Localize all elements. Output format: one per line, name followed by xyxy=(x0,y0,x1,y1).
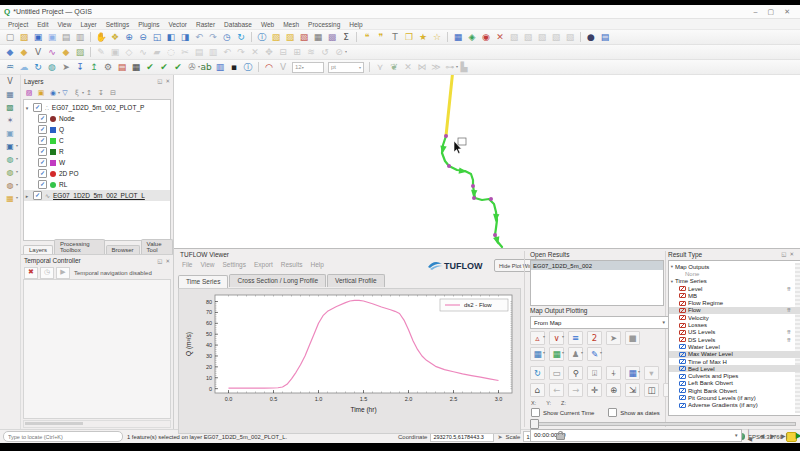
processing-options-icon[interactable]: ⚙ xyxy=(101,61,115,74)
extents-icon[interactable]: ➤ xyxy=(497,433,502,440)
clear-plot-icon[interactable]: ▭ xyxy=(549,366,564,380)
map-output-plotting-combo[interactable]: From Map ▼ xyxy=(530,316,670,329)
tuflow-menu-help[interactable]: Help xyxy=(307,261,326,268)
result-type-row[interactable]: ▾Map Outputs xyxy=(669,263,800,270)
text-annotation-icon[interactable]: T xyxy=(388,31,402,44)
add-spatialite-layer-icon[interactable]: ▣ xyxy=(3,129,17,139)
layers-check-icon[interactable]: ▤ xyxy=(115,61,129,74)
step-forward-button[interactable]: ▶ xyxy=(767,432,778,439)
legend-checkbox[interactable]: ✓ xyxy=(38,125,47,134)
select-features-icon[interactable]: ▧ xyxy=(269,31,283,44)
gray-tool-6-icon[interactable]: ⊶▾ xyxy=(443,61,457,74)
digitize-yellow-icon[interactable]: ◆ xyxy=(17,46,31,59)
axis-limits-icon[interactable]: ⇲ xyxy=(625,383,640,397)
select-tool-e-icon[interactable]: ▧ xyxy=(563,31,577,44)
pan-plot-icon[interactable]: ✛ xyxy=(587,383,602,397)
horizontal-scrollbar[interactable] xyxy=(23,420,171,428)
time-slider-handle[interactable] xyxy=(530,419,539,429)
legend-checkbox[interactable]: ✓ xyxy=(38,147,47,156)
maximize-button[interactable]: ▢ xyxy=(768,8,775,16)
result-type-row[interactable]: Left Bank Obvert xyxy=(669,380,800,387)
view-forward-icon[interactable]: → xyxy=(568,383,583,397)
zoom-plot-icon[interactable]: ⊕ xyxy=(606,383,621,397)
layer-group-row[interactable]: ▾✓∴EG07_1D2D_5m_002_PLOT_P xyxy=(24,102,170,113)
undock-icon[interactable]: ◱ xyxy=(157,258,162,264)
dock-tab-browser[interactable]: Browser xyxy=(106,245,140,254)
save-figure-icon[interactable]: ◫ xyxy=(644,383,659,397)
layer-group-row[interactable]: ▸✓∿EG07_1D2D_5m_002_PLOT_L xyxy=(24,190,170,201)
new-vector-layer-icon[interactable]: V xyxy=(3,77,17,87)
select-tool-b-icon[interactable]: ▧ xyxy=(521,31,535,44)
menu-edit[interactable]: Edit xyxy=(33,21,52,28)
step-back-button[interactable]: ◀ xyxy=(757,432,768,439)
map-tips-icon[interactable]: ❐ xyxy=(402,31,416,44)
undo-icon[interactable]: ↶ xyxy=(220,46,234,59)
gray-tool-7-icon[interactable]: ▙ xyxy=(457,61,471,74)
close-icon[interactable]: ✕ xyxy=(165,258,170,264)
select-by-location-icon[interactable]: ◈ xyxy=(465,31,479,44)
dark-panel-icon[interactable]: ▪ xyxy=(227,61,241,74)
add-delimited-text-icon[interactable]: ✶ xyxy=(3,116,17,126)
collapse-all-icon[interactable]: ↧ xyxy=(95,87,107,100)
tuflow-tab-vertical-profile[interactable]: Vertical Profile xyxy=(327,274,385,287)
shape-digitizing-icon[interactable]: ∿ xyxy=(45,46,59,59)
result-type-row[interactable]: MB xyxy=(669,292,800,299)
legend-checkbox[interactable]: ✓ xyxy=(38,158,47,167)
legend-checkbox[interactable]: ✓ xyxy=(38,114,47,123)
reshape-icon[interactable]: ≋ xyxy=(304,46,318,59)
secondary-axis-icon[interactable]: 2 xyxy=(587,331,602,345)
add-point-icon[interactable]: ◇ xyxy=(122,46,136,59)
refresh-plot-icon[interactable]: ↻ xyxy=(530,366,545,380)
select-tool-c-icon[interactable]: ▧ xyxy=(535,31,549,44)
check-geometry-1-icon[interactable]: ✔ xyxy=(143,61,157,74)
layer-styling-icon[interactable]: ▨ xyxy=(73,46,87,59)
minimize-button[interactable]: – xyxy=(754,8,758,16)
integrity-tool-icon[interactable]: ♟▾ xyxy=(568,347,583,361)
show-current-time-checkbox[interactable]: Show Current Time xyxy=(531,408,594,417)
font-size-spin[interactable]: 12▾ xyxy=(292,62,324,73)
results-table-icon[interactable]: ▦▾ xyxy=(625,366,640,380)
tuflow-tab-time-series[interactable]: Time Series xyxy=(178,275,228,288)
legend-item-row[interactable]: ✓2D PO xyxy=(24,168,170,179)
result-type-row[interactable]: Velocity xyxy=(669,314,800,321)
paste-features-icon[interactable]: ▥ xyxy=(206,46,220,59)
identify-features-icon[interactable]: ⓘ xyxy=(255,31,269,44)
zoom-last-icon[interactable]: ↶ xyxy=(192,31,206,44)
menu-help[interactable]: Help xyxy=(345,21,366,28)
result-type-row[interactable]: Losses xyxy=(669,321,800,328)
locate-input[interactable] xyxy=(3,431,123,442)
result-type-row[interactable]: Right Bank Obvert xyxy=(669,387,800,394)
add-wfs-layer-icon[interactable]: ◍▾ xyxy=(3,181,17,191)
rotate-feature-icon[interactable]: ↺ xyxy=(318,46,332,59)
label-engine-icon[interactable]: ▥ xyxy=(213,61,227,74)
flood-map-export-icon[interactable]: ▦▾ xyxy=(530,347,545,361)
legend-item-row[interactable]: ✓W xyxy=(24,157,170,168)
result-type-row[interactable]: Pit Ground Levels (if any) xyxy=(669,394,800,401)
save-edits-icon[interactable]: ▣ xyxy=(108,46,122,59)
gray-tool-4-icon[interactable]: ⋈ xyxy=(415,61,429,74)
temporal-nav-off-icon[interactable]: ✖ xyxy=(24,267,38,279)
filter-by-expression-icon[interactable]: ξ▾ xyxy=(71,87,83,100)
layer-name[interactable]: EG07_1D2D_5m_002_PLOT_P xyxy=(52,104,145,111)
pan-to-selection-icon[interactable]: ❖ xyxy=(108,31,122,44)
expander-icon[interactable]: ▾ xyxy=(24,105,30,111)
layer-checkbox[interactable]: ✓ xyxy=(33,103,42,112)
attribute-table-icon[interactable]: ▦ xyxy=(451,31,465,44)
show-as-dates-checkbox[interactable]: Show as dates xyxy=(608,408,659,417)
add-wms-layer-icon[interactable]: ◍▾ xyxy=(3,155,17,165)
data-source-manager-icon[interactable]: ▤ xyxy=(598,31,612,44)
legend-item-row[interactable]: ✓R xyxy=(24,146,170,157)
cursor-tracking-icon[interactable]: ➤ xyxy=(606,331,621,345)
layout-manager-icon[interactable]: ▥ xyxy=(73,31,87,44)
result-type-row[interactable]: Max Water Level xyxy=(669,351,800,358)
cross-section-plot-icon[interactable]: ∨▾ xyxy=(549,331,564,345)
digitize-blue-icon[interactable]: ◆ xyxy=(3,46,17,59)
tuflow-menu-file[interactable]: File xyxy=(179,261,195,268)
pointer-plugin-icon[interactable]: ➤ xyxy=(59,61,73,74)
menu-plugins[interactable]: Plugins xyxy=(134,21,163,28)
result-type-row[interactable]: Flow⇈ xyxy=(669,307,800,314)
result-type-row[interactable]: None xyxy=(669,270,800,277)
expand-all-icon[interactable]: ↥ xyxy=(83,87,95,100)
new-project-icon[interactable]: ▢ xyxy=(3,31,17,44)
add-line-icon[interactable]: ∿ xyxy=(136,46,150,59)
